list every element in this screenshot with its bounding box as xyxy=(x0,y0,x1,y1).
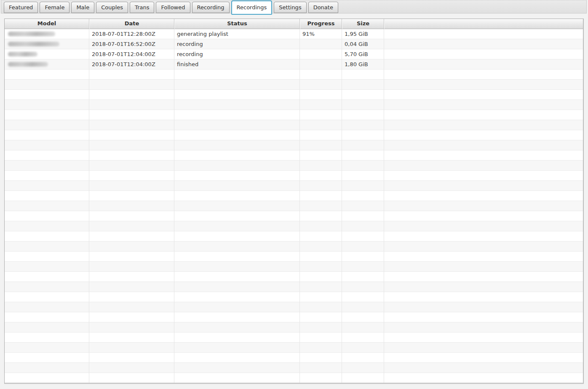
empty-row xyxy=(5,90,583,100)
cell-extra xyxy=(384,59,583,70)
empty-cell-model xyxy=(5,130,89,140)
table-row[interactable]: 2018-07-01T12:28:00Zgenerating playlist9… xyxy=(5,29,583,39)
empty-cell-date xyxy=(89,343,174,353)
empty-cell-model xyxy=(5,363,89,373)
tab-featured[interactable]: Featured xyxy=(4,2,38,13)
table-row[interactable]: 2018-07-01T12:04:00Zfinished1,80 GiB xyxy=(5,59,583,70)
empty-cell-size xyxy=(342,302,384,312)
empty-cell-progress xyxy=(300,302,342,312)
empty-cell-size xyxy=(342,110,384,120)
empty-cell-extra xyxy=(384,333,583,343)
empty-cell-date xyxy=(89,110,174,120)
empty-cell-status xyxy=(174,302,300,312)
empty-cell-model xyxy=(5,302,89,312)
tab-donate[interactable]: Donate xyxy=(308,2,338,13)
empty-cell-model xyxy=(5,171,89,181)
empty-cell-date xyxy=(89,353,174,363)
cell-progress xyxy=(300,49,342,59)
empty-row xyxy=(5,231,583,241)
empty-cell-progress xyxy=(300,120,342,130)
empty-cell-size xyxy=(342,80,384,90)
recordings-table: ModelDateStatusProgressSize 2018-07-01T1… xyxy=(4,19,584,384)
empty-cell-size xyxy=(342,90,384,100)
header-cell-date[interactable]: Date xyxy=(89,19,174,29)
cell-model xyxy=(5,39,89,49)
empty-cell-model xyxy=(5,262,89,272)
cell-size: 5,70 GiB xyxy=(342,49,384,59)
tab-recording[interactable]: Recording xyxy=(192,2,230,13)
empty-cell-extra xyxy=(384,282,583,292)
empty-cell-size xyxy=(342,171,384,181)
empty-cell-model xyxy=(5,211,89,221)
cell-status: recording xyxy=(174,39,300,49)
empty-cell-size xyxy=(342,333,384,343)
empty-cell-extra xyxy=(384,201,583,211)
empty-row xyxy=(5,302,583,312)
empty-cell-progress xyxy=(300,272,342,282)
cell-extra xyxy=(384,49,583,59)
header-cell-model[interactable]: Model xyxy=(5,19,89,29)
empty-cell-extra xyxy=(384,221,583,231)
empty-cell-size xyxy=(342,272,384,282)
tab-bar: FeaturedFemaleMaleCouplesTransFollowedRe… xyxy=(1,0,587,13)
table-header: ModelDateStatusProgressSize xyxy=(5,19,583,29)
empty-cell-size xyxy=(342,353,384,363)
empty-cell-extra xyxy=(384,231,583,241)
header-cell-progress[interactable]: Progress xyxy=(300,19,342,29)
empty-row xyxy=(5,312,583,322)
empty-cell-size xyxy=(342,191,384,201)
empty-cell-date xyxy=(89,312,174,322)
tab-settings[interactable]: Settings xyxy=(274,2,306,13)
empty-cell-model xyxy=(5,150,89,161)
tab-followed[interactable]: Followed xyxy=(156,2,190,13)
header-cell-extra[interactable] xyxy=(384,19,583,29)
cell-model xyxy=(5,49,89,59)
header-cell-size[interactable]: Size xyxy=(342,19,384,29)
cell-progress: 91% xyxy=(300,29,342,39)
table-row[interactable]: 2018-07-01T16:52:00Zrecording0,04 GiB xyxy=(5,39,583,49)
tab-trans[interactable]: Trans xyxy=(130,2,154,13)
empty-cell-size xyxy=(342,292,384,302)
header-cell-status[interactable]: Status xyxy=(174,19,300,29)
empty-cell-date xyxy=(89,80,174,90)
cell-model xyxy=(5,59,89,70)
empty-cell-extra xyxy=(384,363,583,373)
empty-cell-model xyxy=(5,231,89,241)
empty-row xyxy=(5,272,583,282)
empty-cell-status xyxy=(174,353,300,363)
tab-recordings[interactable]: Recordings xyxy=(231,0,273,15)
empty-cell-date xyxy=(89,161,174,171)
empty-cell-status xyxy=(174,252,300,262)
empty-cell-size xyxy=(342,120,384,130)
empty-cell-date xyxy=(89,130,174,140)
empty-cell-status xyxy=(174,363,300,373)
empty-cell-status xyxy=(174,221,300,231)
empty-cell-model xyxy=(5,221,89,231)
empty-cell-progress xyxy=(300,282,342,292)
empty-cell-progress xyxy=(300,312,342,322)
empty-cell-size xyxy=(342,70,384,80)
empty-row xyxy=(5,161,583,171)
tab-couples[interactable]: Couples xyxy=(96,2,128,13)
empty-cell-status xyxy=(174,181,300,191)
table-row[interactable]: 2018-07-01T12:04:00Zrecording5,70 GiB xyxy=(5,49,583,59)
model-name-redacted-blur xyxy=(8,52,37,56)
empty-cell-model xyxy=(5,181,89,191)
empty-cell-date xyxy=(89,231,174,241)
empty-cell-model xyxy=(5,201,89,211)
tab-female[interactable]: Female xyxy=(40,2,69,13)
tab-male[interactable]: Male xyxy=(71,2,94,13)
empty-cell-size xyxy=(342,252,384,262)
empty-cell-extra xyxy=(384,191,583,201)
cell-progress xyxy=(300,59,342,70)
empty-cell-progress xyxy=(300,211,342,221)
empty-cell-extra xyxy=(384,161,583,171)
empty-cell-size xyxy=(342,343,384,353)
empty-row xyxy=(5,363,583,373)
empty-row xyxy=(5,333,583,343)
empty-cell-status xyxy=(174,211,300,221)
empty-row xyxy=(5,100,583,110)
empty-cell-model xyxy=(5,120,89,130)
empty-cell-date xyxy=(89,241,174,252)
empty-cell-progress xyxy=(300,181,342,191)
